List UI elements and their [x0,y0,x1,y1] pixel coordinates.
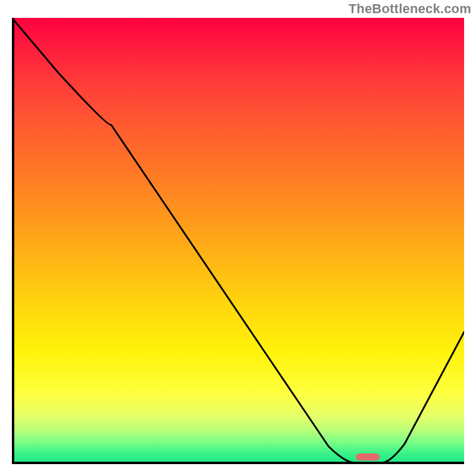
watermark-text: TheBottleneck.com [349,1,471,17]
plot-area [12,18,464,464]
optimal-marker [356,453,380,461]
curve-svg [12,18,464,464]
bottleneck-chart: TheBottleneck.com [0,0,476,476]
bottleneck-curve-path [12,18,464,463]
